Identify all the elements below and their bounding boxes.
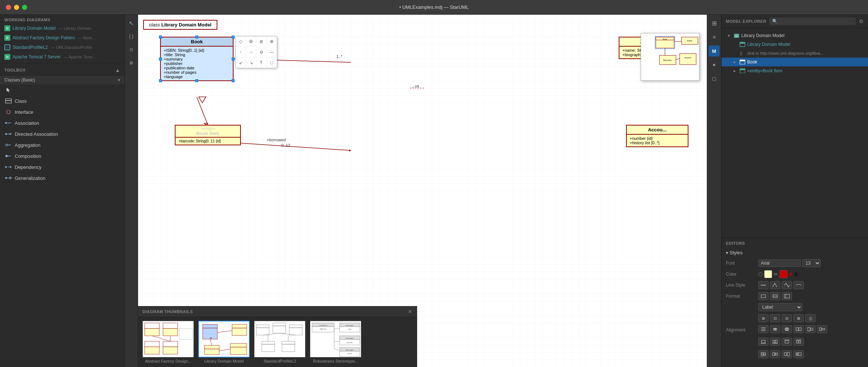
tool-class[interactable]: Class bbox=[0, 95, 124, 106]
tree-root-library[interactable]: ▾ D Library Domain Model bbox=[721, 31, 868, 40]
tool-dependency[interactable]: Dependency bbox=[0, 161, 124, 172]
select-tool-button[interactable]: ↖ bbox=[126, 18, 137, 29]
align-btn-4[interactable] bbox=[793, 325, 804, 333]
fmt-btn-3[interactable] bbox=[782, 292, 792, 300]
tool-composition[interactable]: Composition bbox=[0, 150, 124, 161]
ft-btn-dash[interactable]: — bbox=[267, 47, 277, 57]
align-btn-8[interactable] bbox=[770, 338, 780, 346]
color-label: Color bbox=[726, 272, 755, 277]
fmt-extra-2[interactable]: ⊡ bbox=[770, 314, 780, 322]
fill-color-icon[interactable]: ⬡ bbox=[758, 271, 763, 277]
canvas-area[interactable]: class Library Domain Model Book +ISBN: S… bbox=[138, 15, 707, 367]
svg-rect-139 bbox=[773, 340, 775, 343]
align-btn-11[interactable] bbox=[758, 350, 768, 358]
ls-btn-3[interactable] bbox=[782, 281, 792, 289]
cross-icon-button[interactable]: ✦ bbox=[709, 59, 720, 70]
tool-generalization[interactable]: Generalization bbox=[0, 172, 124, 184]
element-tool-button[interactable]: ⊡ bbox=[126, 44, 137, 55]
font-select[interactable]: Arial Helvetica Times New Roman bbox=[758, 259, 801, 267]
thumbnail-close-button[interactable]: ✕ bbox=[408, 309, 412, 315]
book-class[interactable]: Book +ISBN: String[0..1] {id} +title: St… bbox=[160, 37, 234, 81]
align-btn-12[interactable] bbox=[770, 350, 780, 358]
tree-expand-bookitem[interactable]: ▸ bbox=[732, 68, 738, 73]
align-btn-1[interactable] bbox=[758, 325, 768, 333]
fmt-btn-1[interactable] bbox=[758, 292, 768, 300]
stroke-color-icon[interactable]: ✏ bbox=[774, 271, 778, 277]
account-class[interactable]: Accou... +number {id} +history list [0..… bbox=[626, 125, 688, 147]
tree-item-book[interactable]: ▸ Book bbox=[721, 58, 868, 66]
diagram-item-factory[interactable]: ⊞ Abstract Factory Design Pattern — Abst… bbox=[0, 33, 124, 43]
font-size-select[interactable]: 13 10 12 14 bbox=[802, 259, 821, 267]
fmt-extra-3[interactable]: ⊟ bbox=[782, 314, 792, 322]
align-btn-10[interactable] bbox=[793, 338, 804, 346]
minimize-button[interactable] bbox=[14, 5, 19, 10]
tree-item-bookitem[interactable]: ▸ «entity»Book Item bbox=[721, 66, 868, 75]
format-select[interactable]: Label Name Type bbox=[758, 303, 802, 311]
align-btn-5[interactable] bbox=[805, 325, 815, 333]
text-color-a-red[interactable]: A bbox=[789, 271, 793, 277]
tool-aggregation[interactable]: Aggregation bbox=[0, 139, 124, 150]
diagram-item-standard[interactable]: ◇ StandardProfileL2 — UMLStandardProfile bbox=[0, 43, 124, 52]
tool-association[interactable]: Association bbox=[0, 117, 124, 128]
layers-icon-button[interactable]: ≡ bbox=[709, 32, 720, 43]
ft-btn-diamond[interactable]: ◇ bbox=[236, 36, 246, 47]
ft-btn-right-arrow[interactable]: → bbox=[246, 47, 256, 57]
align-btn-3[interactable] bbox=[782, 325, 792, 333]
svg-rect-4 bbox=[5, 122, 7, 124]
ft-btn-square[interactable]: □ bbox=[267, 58, 277, 68]
ft-btn-gear[interactable]: ⚙ bbox=[246, 36, 256, 47]
align-btn-13[interactable] bbox=[782, 350, 792, 358]
fill-color-swatch[interactable] bbox=[764, 270, 772, 278]
thumbnail-item-factory[interactable]: Abstract Factory Design... bbox=[142, 321, 194, 363]
align-btn-7[interactable] bbox=[758, 338, 768, 346]
ft-btn-up-arrow[interactable]: ↑ bbox=[236, 47, 246, 57]
thumbnail-item-library[interactable]: Library Domain Model bbox=[198, 321, 250, 363]
tree-item-link[interactable]: () (link to http://www.uml-diagrams.org/… bbox=[721, 49, 868, 58]
tool-directed-association[interactable]: Directed Association bbox=[0, 128, 124, 139]
settings-icon-button[interactable]: ⚙ bbox=[859, 18, 864, 24]
diagram-title: class Library Domain Model bbox=[143, 20, 217, 30]
fmt-extra-5[interactable]: ◫ bbox=[805, 314, 815, 322]
m-icon-button[interactable]: M bbox=[709, 46, 720, 57]
ls-btn-4[interactable] bbox=[793, 281, 804, 289]
text-color-a-black[interactable]: A bbox=[794, 271, 798, 277]
align-btn-9[interactable] bbox=[782, 338, 792, 346]
ls-btn-2[interactable] bbox=[770, 281, 780, 289]
ft-btn-down-right[interactable]: ↘ bbox=[246, 58, 256, 68]
tool-cursor[interactable] bbox=[0, 84, 124, 95]
ft-btn-circle[interactable]: ⊕ bbox=[267, 36, 277, 47]
stroke-color-swatch[interactable] bbox=[780, 270, 788, 278]
fmt-extra-1[interactable]: ⊞ bbox=[758, 314, 768, 322]
tree-expand-book[interactable]: ▸ bbox=[732, 59, 738, 65]
search-input[interactable] bbox=[779, 19, 853, 24]
ft-btn-minus-circle[interactable]: ⊖ bbox=[256, 47, 267, 57]
ft-btn-grid[interactable]: ⊞ bbox=[256, 36, 267, 47]
close-button[interactable] bbox=[6, 5, 11, 10]
puzzle-icon-button[interactable]: ⊞ bbox=[709, 18, 720, 29]
thumbnail-item-standard[interactable]: StandardProfileL2 bbox=[254, 321, 305, 363]
search-bar[interactable]: 🔍 bbox=[769, 18, 856, 25]
tree-expand-root[interactable]: ▾ bbox=[726, 33, 732, 38]
toolbox-collapse-button[interactable]: ▲ bbox=[115, 67, 120, 73]
tool-interface[interactable]: Interface bbox=[0, 106, 124, 117]
align-btn-6[interactable] bbox=[817, 325, 827, 333]
fmt-extra-4[interactable]: ⊠ bbox=[793, 314, 804, 322]
align-btn-2[interactable] bbox=[770, 325, 780, 333]
ls-btn-1[interactable] bbox=[758, 281, 768, 289]
thumbnail-item-robustness[interactable]: «metaClass» UMLClass «stereotype» entity bbox=[310, 321, 361, 363]
expand-tool-button[interactable]: ⊞ bbox=[126, 57, 137, 68]
diagram-item-library[interactable]: ⊞ Library Domain Model — Library Domain bbox=[0, 23, 124, 33]
tree-label-book: Book bbox=[747, 59, 757, 65]
ft-btn-text[interactable]: T bbox=[256, 58, 267, 68]
share-icon-button[interactable]: ⬡ bbox=[709, 73, 720, 84]
maximize-button[interactable] bbox=[22, 5, 27, 10]
bookitem-class[interactable]: «entity» Book Item +barcode: String[0..1… bbox=[175, 125, 241, 145]
align-btn-14[interactable] bbox=[793, 350, 804, 358]
diagram-item-apache[interactable]: ⊞ Apache Tomcat 7 Server — Apache Tomc..… bbox=[0, 52, 124, 62]
ft-btn-down-left[interactable]: ↙ bbox=[236, 58, 246, 68]
tree-item-library-diagram[interactable]: Library Domain Model bbox=[721, 40, 868, 49]
styles-header[interactable]: ▾ Styles bbox=[726, 249, 864, 256]
fmt-btn-2[interactable] bbox=[770, 292, 780, 300]
classes-category-header[interactable]: Classes (Basic) ▾ bbox=[0, 75, 124, 84]
format-tool-button[interactable]: { } bbox=[126, 31, 137, 42]
